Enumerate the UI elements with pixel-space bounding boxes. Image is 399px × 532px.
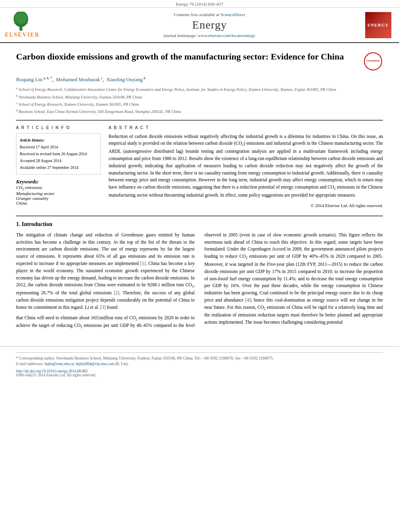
energy-badge: ENERGY: [365, 12, 391, 38]
sciencedirect-info: Contents lists available at ScienceDirec…: [174, 12, 245, 17]
keyword-4: China: [16, 201, 101, 205]
journal-homepage: journal homepage: www.elsevier.com/locat…: [164, 33, 255, 38]
keywords-section: Keywords: CO2 emissions Manufacturing se…: [16, 179, 101, 205]
article-title-section: Carbon dioxide emissions and growth of t…: [16, 51, 383, 71]
issn-line: 0360-5442/© 2014 Elsevier Ltd. All right…: [16, 373, 383, 377]
crossmark-area: CrossMark: [363, 51, 383, 71]
crossmark-badge: CrossMark: [364, 52, 382, 70]
author-1[interactable]: Boqiang Lin: [16, 76, 42, 82]
received-date-2: Received in revised form 26 August 2014: [20, 150, 97, 157]
sciencedirect-link[interactable]: ScienceDirect: [220, 12, 245, 17]
article-info-col: A R T I C L E I N F O Article history: R…: [16, 125, 101, 209]
keyword-1: CO2 emissions: [16, 185, 101, 191]
affil-b: b Newhuadu Business School, Minjiang Uni…: [16, 94, 383, 100]
affil-c: c School of Energy Research, Xiamen Univ…: [16, 101, 383, 107]
email-info: E-mail addresses: bqlin@xmu.edu.cn, bqli…: [16, 361, 383, 367]
affil-a: a School of Energy Research, Collaborati…: [16, 86, 383, 92]
elsevier-logo-area: ELSEVIER: [5, 11, 57, 39]
journal-top-bar: Energy 76 (2014) 830–837: [0, 0, 399, 8]
affiliations: a School of Energy Research, Collaborati…: [16, 86, 383, 115]
article-info-box: Article history: Received 17 April 2014 …: [16, 133, 101, 175]
available-date: Available online 27 September 2014: [20, 164, 97, 171]
affil-d: d Business School, East China Normal Uni…: [16, 108, 383, 115]
elsevier-logo: ELSEVIER: [5, 11, 53, 39]
author-2[interactable]: Mohamed Moubarak: [56, 76, 100, 82]
article-title: Carbon dioxide emissions and growth of t…: [16, 51, 359, 63]
journal-homepage-link[interactable]: www.elsevier.com/locate/energy: [198, 33, 255, 38]
accepted-date: Accepted 28 August 2014: [20, 157, 97, 164]
svg-point-2: [15, 12, 27, 24]
svg-rect-0: [19, 27, 22, 31]
introduction-body: The mitigation of climate change and red…: [16, 232, 383, 330]
footer-note: * Corresponding author. Newhuadu Busines…: [16, 352, 383, 367]
elsevier-tree-icon: [5, 12, 37, 32]
energy-badge-text: ENERGY: [367, 23, 389, 27]
journal-name: Energy: [192, 18, 227, 31]
keyword-2: Manufacturing sector: [16, 191, 101, 196]
abstract-col: A B S T R A C T Reduction of carbon diox…: [109, 125, 383, 209]
copyright-notice: © 2014 Elsevier Ltd. All rights reserved…: [109, 202, 383, 209]
journal-citation: Energy 76 (2014) 830–837: [176, 2, 224, 6]
received-date-1: Received 17 April 2014: [20, 144, 97, 150]
divider-after-abstract: [16, 216, 383, 216]
abstract-heading: A B S T R A C T: [109, 125, 383, 130]
corresponding-note: * Corresponding author. Newhuadu Busines…: [16, 355, 383, 361]
journal-badge-area: ENERGY: [362, 11, 394, 39]
journal-header: ELSEVIER Contents lists available at Sci…: [0, 8, 399, 43]
elsevier-text: ELSEVIER: [5, 32, 40, 38]
article-info-heading: A R T I C L E I N F O: [16, 125, 101, 130]
main-content: Carbon dioxide emissions and growth of t…: [0, 43, 399, 338]
abstract-text: Reduction of carbon dioxide emissions wi…: [109, 133, 383, 209]
journal-header-center: Contents lists available at ScienceDirec…: [57, 11, 362, 39]
history-label: Article history:: [20, 137, 97, 144]
authors-line: Boqiang Lin a, b, *, Mohamed Moubarak c,…: [16, 76, 383, 83]
page-footer: * Corresponding author. Newhuadu Busines…: [0, 346, 399, 380]
intro-paragraph-1: The mitigation of climate change and red…: [16, 232, 195, 311]
doi-line: http://dx.doi.org/10.1016/j.energy.2014.…: [16, 369, 383, 373]
article-info-abstract-section: A R T I C L E I N F O Article history: R…: [16, 125, 383, 209]
author-3[interactable]: Xiaoling Ouyang: [107, 76, 143, 82]
keyword-3: Granger causality: [16, 196, 101, 201]
introduction-heading: 1. Introduction: [16, 221, 383, 228]
doi-link[interactable]: http://dx.doi.org/10.1016/j.energy.2014.…: [16, 369, 88, 373]
divider-thick: [16, 120, 383, 121]
keywords-label: Keywords:: [16, 179, 101, 185]
